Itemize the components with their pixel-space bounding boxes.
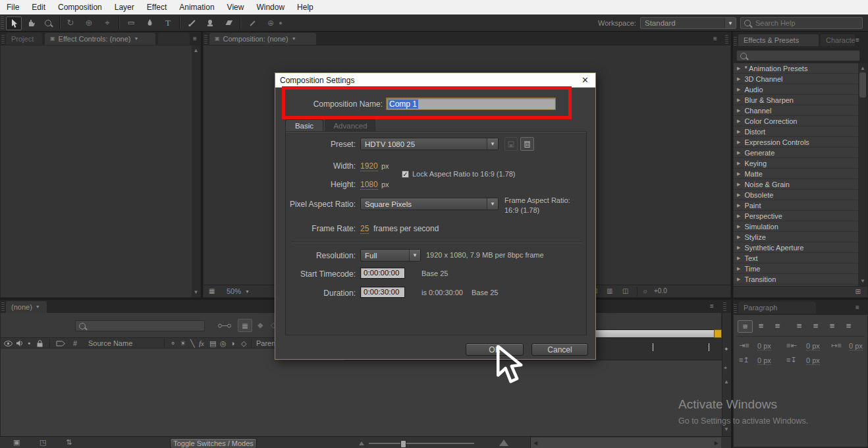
- expand-arrow-icon[interactable]: ▶: [737, 235, 740, 240]
- preset-dropdown[interactable]: HDTV 1080 25 ▼: [360, 138, 499, 150]
- eraser-tool[interactable]: [221, 16, 236, 29]
- timeline-tracks-right[interactable]: [343, 360, 722, 436]
- hand-tool[interactable]: [24, 16, 38, 29]
- expand-arrow-icon[interactable]: ▶: [737, 150, 740, 155]
- effects-category[interactable]: ▶3D Channel: [734, 74, 858, 84]
- cancel-button[interactable]: Cancel: [531, 343, 588, 356]
- effects-category[interactable]: ▶Keying: [734, 158, 858, 169]
- space-after-value[interactable]: 0 px: [806, 356, 820, 365]
- menu-item-help[interactable]: Help: [297, 3, 313, 12]
- zoom-out-mountain-icon[interactable]: [359, 441, 364, 445]
- effects-fx-icon[interactable]: fx: [199, 339, 204, 347]
- effects-category[interactable]: ▶Distort: [734, 126, 858, 137]
- timeline-tracks-left[interactable]: [1, 349, 343, 436]
- horizontal-scrollbar[interactable]: ◀ ▶: [531, 437, 721, 448]
- label-icon[interactable]: [56, 341, 66, 347]
- camera-tool[interactable]: ⊕: [82, 16, 96, 29]
- motion-blur-icon[interactable]: ◎: [220, 339, 227, 348]
- camera-icon[interactable]: ⌖: [724, 364, 727, 372]
- comp-button-icon[interactable]: ✦: [724, 346, 729, 352]
- expand-arrow-icon[interactable]: ▶: [737, 66, 740, 71]
- in-out-panes-icon[interactable]: ⇅: [66, 438, 72, 447]
- exposure-value[interactable]: +0.0: [654, 287, 667, 294]
- tab-project[interactable]: Project: [6, 33, 42, 45]
- space-before-value[interactable]: 0 px: [757, 356, 771, 365]
- scroll-right-icon[interactable]: ▶: [715, 440, 719, 446]
- zoom-level-dropdown[interactable]: 50% ▼: [223, 286, 267, 296]
- panel-menu-icon[interactable]: ≡: [713, 35, 718, 42]
- pen-tool[interactable]: [142, 16, 157, 29]
- help-search-input[interactable]: [754, 18, 859, 28]
- audio-icon[interactable]: [16, 340, 23, 347]
- column-number[interactable]: #: [73, 339, 77, 347]
- eye-icon[interactable]: [4, 341, 13, 347]
- effects-category[interactable]: ▶Time: [734, 264, 858, 274]
- comp-flowchart-icon[interactable]: [218, 322, 231, 329]
- shy-icon[interactable]: ⚬: [170, 339, 176, 348]
- tab-composition[interactable]: ▣ Composition: (none) ▼: [209, 33, 316, 45]
- start-timecode-input[interactable]: 0:00:00:00: [360, 267, 405, 279]
- zoom-slider-knob[interactable]: [400, 440, 406, 448]
- column-source-name[interactable]: Source Name: [88, 339, 132, 347]
- expand-arrow-icon[interactable]: ▶: [737, 87, 740, 92]
- expand-arrow-icon[interactable]: ▶: [737, 119, 740, 124]
- height-value[interactable]: 1080: [360, 180, 378, 190]
- selection-tool[interactable]: [6, 16, 22, 30]
- effects-category[interactable]: ▶Stylize: [734, 232, 858, 242]
- tab-empty[interactable]: [158, 33, 190, 45]
- menu-item-edit[interactable]: Edit: [32, 3, 45, 12]
- menu-item-window[interactable]: Window: [256, 3, 285, 12]
- shape-tool[interactable]: ▭: [124, 16, 138, 29]
- effects-category[interactable]: ▶Simulation: [734, 221, 858, 232]
- menu-item-layer[interactable]: Layer: [115, 3, 134, 12]
- effects-category[interactable]: ▶Color Correction: [734, 116, 858, 126]
- frame-rate-value[interactable]: 25: [360, 224, 369, 234]
- effects-category[interactable]: ▶Obsolete: [734, 190, 858, 200]
- width-value[interactable]: 1920: [360, 161, 378, 171]
- effects-category[interactable]: ▶Expression Controls: [734, 137, 858, 148]
- expand-arrow-icon[interactable]: ▶: [737, 161, 740, 166]
- duration-input[interactable]: 0:00:30:00: [360, 287, 405, 298]
- timeline-search-input[interactable]: [89, 322, 201, 331]
- pin-depth-tool[interactable]: ●: [277, 16, 285, 29]
- lock-icon[interactable]: [37, 340, 43, 347]
- effects-category[interactable]: ▶Synthetic Aperture: [734, 242, 858, 253]
- align-right-button[interactable]: ≡: [771, 320, 784, 331]
- panel-menu-icon[interactable]: ≡: [855, 36, 860, 43]
- expand-arrow-icon[interactable]: ▶: [737, 182, 740, 187]
- dialog-title-bar[interactable]: Composition Settings ✕: [275, 73, 595, 88]
- tab-effects-presets[interactable]: Effects & Presets: [738, 34, 819, 46]
- 3d-layer-icon[interactable]: ◇: [241, 339, 246, 348]
- expand-arrow-icon[interactable]: ▶: [737, 76, 740, 82]
- effects-category[interactable]: ▶Generate: [734, 148, 858, 158]
- panel-grip[interactable]: [734, 304, 737, 313]
- new-folder-icon[interactable]: ⊞: [855, 288, 861, 295]
- effects-category[interactable]: ▶Noise & Grain: [734, 179, 858, 190]
- camera-view-icon[interactable]: ◫: [622, 287, 628, 294]
- menu-item-view[interactable]: View: [227, 3, 244, 12]
- tab-basic[interactable]: Basic: [285, 119, 323, 131]
- draft-3d-icon[interactable]: ◆: [258, 321, 263, 329]
- layer-switches-pane-icon[interactable]: ▣: [13, 438, 20, 447]
- indent-first-line-value[interactable]: 0 px: [849, 342, 863, 350]
- effects-category[interactable]: ▶* Animation Presets: [734, 63, 858, 74]
- effects-category[interactable]: ▶Matte: [734, 169, 858, 179]
- collapse-icon[interactable]: ╲: [190, 339, 195, 348]
- panel-menu-icon[interactable]: ≡: [193, 35, 198, 42]
- expand-arrow-icon[interactable]: ▶: [737, 98, 740, 103]
- transparency-grid-icon[interactable]: ▥: [607, 287, 612, 294]
- effects-category[interactable]: ▶Audio: [734, 84, 858, 95]
- align-left-button[interactable]: ≡: [738, 320, 753, 333]
- help-search[interactable]: [740, 17, 863, 29]
- expand-arrow-icon[interactable]: ▶: [737, 245, 740, 250]
- zoom-in-mountain-icon[interactable]: [499, 439, 508, 446]
- panel-menu-icon[interactable]: ≡: [710, 302, 715, 310]
- scroll-left-icon[interactable]: ◀: [533, 440, 537, 446]
- scroll-up-icon[interactable]: ▲: [192, 47, 200, 53]
- justify-last-right-button[interactable]: ≡: [825, 320, 839, 331]
- comp-marker-bin[interactable]: [714, 329, 722, 338]
- roto-brush-tool[interactable]: [245, 16, 259, 29]
- pan-behind-tool[interactable]: ⌖: [100, 16, 115, 29]
- scroll-up-icon[interactable]: ▲: [724, 379, 729, 385]
- expand-arrow-icon[interactable]: ▶: [737, 192, 740, 198]
